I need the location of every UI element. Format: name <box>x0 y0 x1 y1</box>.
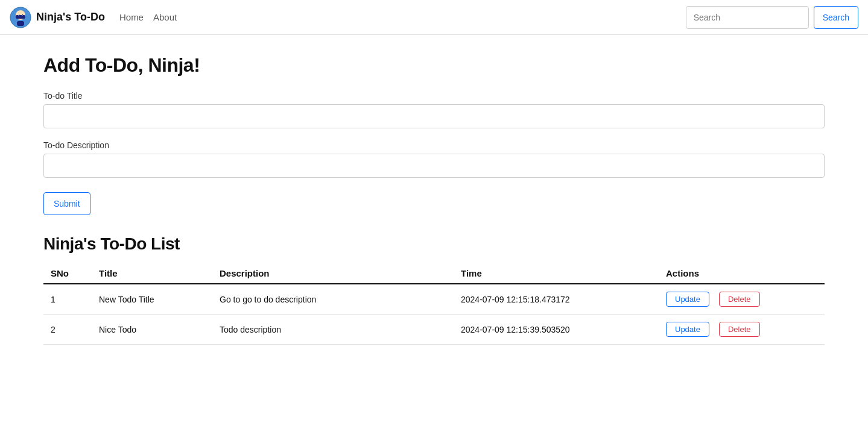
update-button[interactable]: Update <box>666 322 709 337</box>
nav-link-home[interactable]: Home <box>119 12 144 22</box>
search-input[interactable] <box>686 6 809 29</box>
page-title: Add To-Do, Ninja! <box>43 54 825 77</box>
cell-sno: 1 <box>43 284 92 315</box>
navbar-search: Search <box>686 6 858 29</box>
cell-sno: 2 <box>43 315 92 345</box>
col-actions: Actions <box>659 263 825 284</box>
title-label: To-do Title <box>43 91 825 101</box>
cell-description: Todo description <box>212 315 454 345</box>
svg-point-5 <box>19 14 20 15</box>
col-time: Time <box>454 263 659 284</box>
todo-description-input[interactable] <box>43 154 825 178</box>
col-description: Description <box>212 263 454 284</box>
brand-label: Ninja's To-Do <box>36 11 105 24</box>
nav-link-about[interactable]: About <box>153 12 177 22</box>
list-title: Ninja's To-Do List <box>43 234 825 254</box>
cell-actions: Update Delete <box>659 315 825 345</box>
svg-rect-7 <box>17 21 24 26</box>
title-form-group: To-do Title <box>43 91 825 128</box>
table-row: 2 Nice Todo Todo description 2024-07-09 … <box>43 315 825 345</box>
update-button[interactable]: Update <box>666 292 709 307</box>
description-form-group: To-do Description <box>43 140 825 178</box>
cell-title: New Todo Title <box>92 284 212 315</box>
main-content: Add To-Do, Ninja! To-do Title To-do Desc… <box>0 35 868 364</box>
col-sno: SNo <box>43 263 92 284</box>
search-button[interactable]: Search <box>814 6 858 29</box>
nav-links: Home About <box>119 12 686 22</box>
todo-table: SNo Title Description Time Actions 1 New… <box>43 263 825 345</box>
svg-rect-2 <box>16 15 25 19</box>
submit-button[interactable]: Submit <box>43 192 90 215</box>
delete-button[interactable]: Delete <box>719 322 760 337</box>
navbar: Ninja's To-Do Home About Search <box>0 0 868 35</box>
cell-title: Nice Todo <box>92 315 212 345</box>
svg-point-6 <box>22 14 24 15</box>
cell-time: 2024-07-09 12:15:39.503520 <box>454 315 659 345</box>
table-header-row: SNo Title Description Time Actions <box>43 263 825 284</box>
table-row: 1 New Todo Title Go to go to do descript… <box>43 284 825 315</box>
ninja-icon <box>10 7 31 28</box>
description-label: To-do Description <box>43 140 825 150</box>
todo-title-input[interactable] <box>43 104 825 128</box>
cell-actions: Update Delete <box>659 284 825 315</box>
cell-description: Go to go to do description <box>212 284 454 315</box>
cell-time: 2024-07-09 12:15:18.473172 <box>454 284 659 315</box>
col-title: Title <box>92 263 212 284</box>
navbar-brand[interactable]: Ninja's To-Do <box>10 7 105 28</box>
delete-button[interactable]: Delete <box>719 292 760 307</box>
